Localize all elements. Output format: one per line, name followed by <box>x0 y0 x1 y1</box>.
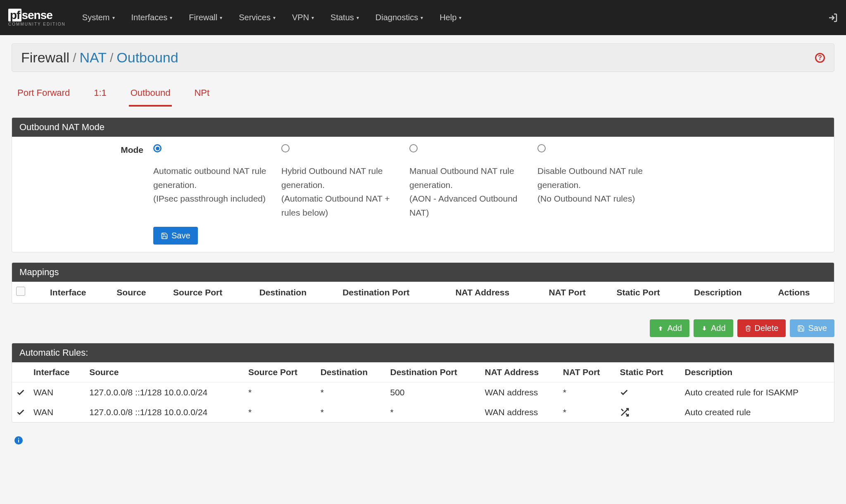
mode-desc: Disable Outbound NAT rule generation. (N… <box>537 164 661 206</box>
nav-interfaces[interactable]: Interfaces▾ <box>131 13 173 22</box>
add-bottom-button[interactable]: Add <box>694 319 733 337</box>
tab-npt[interactable]: NPt <box>192 83 211 107</box>
nav-firewall[interactable]: Firewall▾ <box>189 13 222 22</box>
nat-tabs: Port Forward 1:1 Outbound NPt <box>12 79 834 107</box>
table-row: WAN 127.0.0.0/8 ::1/128 10.0.0.0/24 * * … <box>12 383 834 403</box>
add-top-button[interactable]: Add <box>650 319 689 337</box>
crumb-nat[interactable]: NAT <box>79 50 106 66</box>
cell-interface: WAN <box>29 383 85 403</box>
floppy-icon <box>161 232 168 240</box>
crumb-outbound[interactable]: Outbound <box>116 50 178 66</box>
save-button[interactable]: Save <box>153 227 198 245</box>
th-nat-port: NAT Port <box>559 362 616 383</box>
th-description: Description <box>681 362 834 383</box>
shuffle-icon <box>620 407 630 417</box>
radio-manual[interactable] <box>409 144 418 152</box>
mappings-actions: Add Add Delete Save <box>12 314 834 343</box>
cell-static-port <box>615 402 680 422</box>
help-icon[interactable]: ? <box>815 53 825 63</box>
tab-outbound[interactable]: Outbound <box>129 83 172 107</box>
th-source-port: Source Port <box>244 362 316 383</box>
cell-nat-port: * <box>559 383 616 403</box>
radio-disable[interactable] <box>537 144 546 152</box>
check-icon <box>16 388 25 397</box>
panel-heading: Automatic Rules: <box>12 343 834 362</box>
mode-option-hybrid: Hybrid Outbound NAT rule generation. (Au… <box>281 144 405 219</box>
info-icon[interactable] <box>13 435 24 446</box>
th-interface: Interface <box>46 282 112 303</box>
logout-icon[interactable] <box>828 13 838 23</box>
mode-option-disable: Disable Outbound NAT rule generation. (N… <box>537 144 661 219</box>
add-label: Add <box>667 323 682 333</box>
delete-button[interactable]: Delete <box>737 319 786 337</box>
check-icon <box>16 408 25 417</box>
logo-subtitle: COMMUNITY EDITION <box>8 22 66 26</box>
cell-dest: * <box>316 383 386 403</box>
caret-down-icon: ▾ <box>311 15 314 21</box>
caret-down-icon: ▾ <box>459 15 461 21</box>
top-navbar: pfsense COMMUNITY EDITION System▾ Interf… <box>0 0 846 35</box>
nav-status[interactable]: Status▾ <box>330 13 359 22</box>
th-destination-port: Destination Port <box>338 282 451 303</box>
nav-diagnostics[interactable]: Diagnostics▾ <box>375 13 423 22</box>
panel-heading: Outbound NAT Mode <box>12 118 834 137</box>
caret-down-icon: ▾ <box>273 15 276 21</box>
nav-system[interactable]: System▾ <box>82 13 115 22</box>
mappings-table: Interface Source Source Port Destination… <box>12 282 834 303</box>
cell-nat-port: * <box>559 402 616 422</box>
tab-one-to-one[interactable]: 1:1 <box>92 83 108 107</box>
breadcrumb-sep: / <box>73 51 76 65</box>
breadcrumb: Firewall / NAT / Outbound ? <box>12 43 834 72</box>
th-nat-address: NAT Address <box>451 282 544 303</box>
arrow-down-icon <box>701 325 708 332</box>
automatic-rules-table: Interface Source Source Port Destination… <box>12 362 834 422</box>
svg-rect-5 <box>18 438 19 439</box>
caret-down-icon: ▾ <box>170 15 172 21</box>
th-destination: Destination <box>255 282 339 303</box>
select-all-checkbox[interactable] <box>16 287 25 296</box>
th-nat-address: NAT Address <box>480 362 558 383</box>
th-destination-port: Destination Port <box>386 362 480 383</box>
th-nat-port: NAT Port <box>544 282 612 303</box>
cell-nat-addr: WAN address <box>480 383 558 403</box>
radio-hybrid[interactable] <box>281 144 290 152</box>
logo-sense: sense <box>21 9 52 21</box>
cell-src-port: * <box>244 402 316 422</box>
radio-automatic[interactable] <box>153 144 162 152</box>
nav-help[interactable]: Help▾ <box>440 13 461 22</box>
mode-option-manual: Manual Outbound NAT rule generation. (AO… <box>409 144 533 219</box>
cell-dest: * <box>316 402 386 422</box>
floppy-icon <box>797 325 805 332</box>
logo-text: pfsense <box>8 9 66 22</box>
cell-static-port <box>615 383 680 403</box>
th-destination: Destination <box>316 362 386 383</box>
cell-nat-addr: WAN address <box>480 402 558 422</box>
logo[interactable]: pfsense COMMUNITY EDITION <box>8 9 66 26</box>
tab-port-forward[interactable]: Port Forward <box>16 83 71 107</box>
crumb-firewall[interactable]: Firewall <box>21 50 69 66</box>
arrow-up-icon <box>657 325 664 332</box>
th-source: Source <box>112 282 169 303</box>
info-circle-icon <box>14 435 24 445</box>
svg-line-2 <box>621 409 623 411</box>
check-icon <box>620 388 629 397</box>
th-static-port: Static Port <box>613 282 690 303</box>
breadcrumb-sep: / <box>110 51 113 65</box>
th-source-port: Source Port <box>169 282 255 303</box>
cell-interface: WAN <box>29 402 85 422</box>
mode-desc: Manual Outbound NAT rule generation. (AO… <box>409 164 533 219</box>
cell-desc: Auto created rule <box>681 402 834 422</box>
nav-services[interactable]: Services▾ <box>239 13 276 22</box>
caret-down-icon: ▾ <box>220 15 222 21</box>
trash-icon <box>745 325 751 332</box>
mode-desc: Automatic outbound NAT rule generation. … <box>153 164 277 206</box>
nav-vpn[interactable]: VPN▾ <box>292 13 314 22</box>
caret-down-icon: ▾ <box>112 15 115 21</box>
nav-items: System▾ Interfaces▾ Firewall▾ Services▾ … <box>82 13 828 22</box>
logo-pf: pf <box>8 9 21 21</box>
th-interface: Interface <box>29 362 85 383</box>
panel-automatic-rules: Automatic Rules: Interface Source Source… <box>12 343 834 423</box>
save-order-button[interactable]: Save <box>790 319 834 337</box>
caret-down-icon: ▾ <box>421 15 423 21</box>
cell-source: 127.0.0.0/8 ::1/128 10.0.0.0/24 <box>85 402 244 422</box>
